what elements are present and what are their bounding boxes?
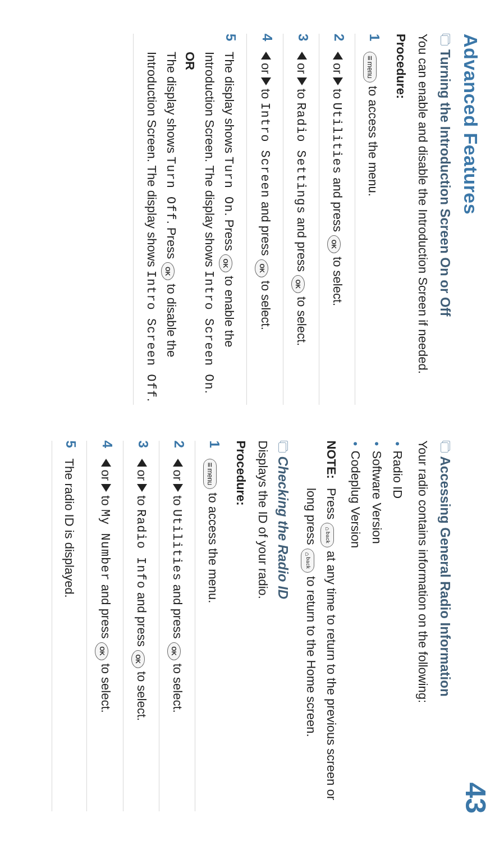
- right-arrow-icon: [297, 77, 307, 85]
- right-arrow-icon: [173, 484, 183, 492]
- list-item: Codeplug Version: [345, 441, 366, 812]
- right-arrow-icon: [261, 77, 271, 85]
- step-text: or to Intro Screen and press OK to selec…: [255, 52, 274, 330]
- document-page: 43 Advanced Features Turning the Introdu…: [0, 0, 504, 845]
- note-label: NOTE:: [301, 441, 341, 479]
- ok-key-icon: OK: [255, 259, 268, 277]
- step-text: or to Radio Info and press OK to select.: [131, 459, 151, 721]
- menu-key-icon: ≡menu: [363, 52, 377, 83]
- subsection-title-text: Checking the Radio ID: [275, 456, 291, 600]
- step-text: or to Utilities and press OK to select.: [327, 52, 347, 306]
- step-number: 4: [100, 441, 115, 451]
- section-title-radio-info: Accessing General Radio Information: [437, 441, 453, 812]
- list-item: Software Version: [366, 441, 387, 812]
- ok-key-icon: OK: [161, 262, 175, 280]
- left-arrow-icon: [333, 52, 343, 60]
- note-body: Press ⌂back at any time to return to the…: [301, 488, 341, 811]
- step: 4 or to My Number and press OK to select…: [86, 441, 122, 812]
- info-list: Radio ID Software Version Codeplug Versi…: [345, 441, 408, 812]
- section-title-text: Accessing General Radio Information: [437, 456, 453, 697]
- step-number: 1: [208, 441, 222, 451]
- step-text: or to My Number and press OK to select.: [95, 459, 114, 713]
- step-number: 5: [224, 34, 239, 44]
- subsection-title-radio-id: Checking the Radio ID: [275, 441, 291, 812]
- step: 5 The radio ID is displayed.: [52, 441, 86, 812]
- back-key-icon: ⌂back: [320, 523, 334, 547]
- step-text: or to Radio Settings and press OK to sel…: [291, 52, 311, 346]
- section-title-intro-screen: Turning the Introduction Screen On or Of…: [437, 34, 453, 405]
- right-column: Accessing General Radio Information Your…: [52, 441, 455, 812]
- step: 3 or to Radio Settings and press OK to s…: [283, 34, 319, 405]
- procedure-steps-left: 1 ≡menu to access the menu. 2 or to Util…: [133, 34, 390, 405]
- left-column: Turning the Introduction Screen On or Of…: [52, 34, 455, 405]
- ok-key-icon: OK: [219, 254, 232, 272]
- stacked-pages-icon: [440, 34, 450, 45]
- step: 2 or to Utilities and press OK to select…: [319, 34, 355, 405]
- menu-key-icon: ≡menu: [203, 459, 217, 490]
- section-intro: You can enable and disable the Introduct…: [414, 34, 432, 405]
- right-arrow-icon: [333, 77, 343, 85]
- right-arrow-icon: [137, 484, 147, 492]
- step: 1 ≡menu to access the menu.: [355, 34, 390, 405]
- note-block: NOTE: Press ⌂back at any time to return …: [301, 441, 341, 812]
- step-text: ≡menu to access the menu.: [363, 52, 382, 197]
- step: 3 or to Radio Info and press OK to selec…: [123, 441, 159, 812]
- section-intro: Your radio contains information on the f…: [414, 441, 432, 812]
- step: 4 or to Intro Screen and press OK to sel…: [246, 34, 282, 405]
- step-number: 3: [136, 441, 151, 451]
- step-number: 3: [296, 34, 311, 44]
- step-text: ≡menu to access the menu.: [203, 459, 222, 604]
- step-number: 5: [64, 441, 79, 451]
- ok-key-icon: OK: [131, 650, 145, 668]
- page-number: 43: [459, 782, 492, 814]
- list-item: Radio ID: [387, 441, 408, 812]
- two-column-layout: Turning the Introduction Screen On or Of…: [52, 34, 455, 811]
- ok-key-icon: OK: [95, 642, 108, 660]
- step-number: 1: [368, 34, 382, 44]
- step-number: 2: [172, 441, 187, 451]
- left-arrow-icon: [101, 459, 111, 467]
- left-arrow-icon: [261, 52, 271, 60]
- section-title-text: Turning the Introduction Screen On or Of…: [437, 49, 453, 317]
- left-arrow-icon: [137, 459, 147, 467]
- stacked-pages-icon: [440, 441, 450, 452]
- step: 2 or to Utilities and press OK to select…: [159, 441, 195, 812]
- step-number: 2: [332, 34, 347, 44]
- ok-key-icon: OK: [167, 642, 181, 660]
- step-text: or to Utilities and press OK to select.: [167, 459, 187, 713]
- subsection-intro: Displays the ID of your radio.: [254, 441, 272, 812]
- ok-key-icon: OK: [327, 235, 341, 253]
- procedure-label: Procedure:: [233, 441, 248, 812]
- step: 1 ≡menu to access the menu.: [195, 441, 230, 812]
- step-text: The radio ID is displayed.: [60, 459, 79, 598]
- stacked-pages-icon: [278, 441, 288, 452]
- back-key-icon: ⌂back: [301, 549, 314, 573]
- step: 5 The display shows Turn On. Press OK to…: [133, 34, 247, 405]
- left-arrow-icon: [297, 52, 307, 60]
- page-title: Advanced Features: [460, 34, 482, 811]
- ok-key-icon: OK: [291, 275, 305, 293]
- step-number: 4: [260, 34, 275, 44]
- right-arrow-icon: [101, 484, 111, 492]
- procedure-steps-right: 1 ≡menu to access the menu. 2 or to Util…: [52, 441, 230, 812]
- left-arrow-icon: [173, 459, 183, 467]
- step-text: The display shows Turn On. Press OK to e…: [141, 52, 239, 405]
- procedure-label: Procedure:: [393, 34, 408, 405]
- or-divider: OR: [183, 52, 197, 70]
